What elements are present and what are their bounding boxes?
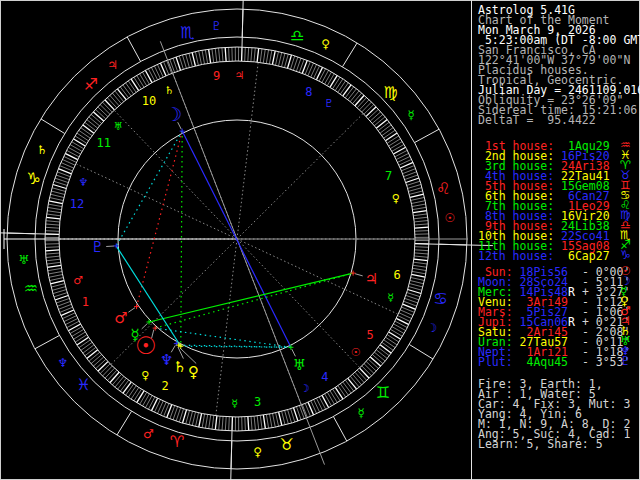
- house-number-1: 1: [82, 295, 89, 309]
- zodiac-sign-icon: ♑: [620, 249, 631, 261]
- house-number-2: 2: [161, 379, 168, 393]
- sign-ruler-icon: ♄: [37, 143, 48, 157]
- house-row: 12th house: 6Cap27♑: [478, 251, 610, 261]
- house-number-8: 8: [305, 85, 312, 99]
- planet-glyph-nept: ♆: [160, 351, 173, 369]
- sign-ruler-icon: ☽: [426, 321, 437, 335]
- house-number-6: 6: [393, 268, 400, 282]
- planet-glyph-plut: ♇: [90, 238, 103, 256]
- planet-glyph-jupi: ♃: [365, 270, 378, 288]
- sign-glyph-cancer: ♋: [433, 289, 447, 308]
- planet-row: Plut: 4Aqu45 - 3°53'♇: [478, 357, 630, 367]
- astrolog-window: ♈♂♉♀♊☿♋☽♌☉♍☿♎♀♏♇♐♃♑♄♒♅♓♆1♂2♀3☿4☽5☉6☿7♀8♇…: [0, 0, 640, 480]
- sign-ruler-icon: ♆: [57, 356, 68, 370]
- sign-ruler-icon: ♀: [321, 37, 330, 51]
- sign-glyph-virgo: ♍: [384, 83, 398, 102]
- house-number-4: 4: [321, 370, 328, 384]
- sign-ruler-icon: ♇: [211, 19, 222, 33]
- house-number-7: 7: [385, 169, 392, 183]
- sign-ruler-icon: ♂: [143, 427, 154, 441]
- planet-label: Plut:: [478, 355, 513, 369]
- house-number-3: 3: [254, 395, 261, 409]
- sign-glyph-pisces: ♓: [76, 375, 90, 394]
- house-ruler-icon: ♃: [234, 69, 244, 82]
- sign-glyph-aries: ♈: [170, 432, 184, 451]
- sign-ruler-icon: ☉: [445, 211, 456, 225]
- sign-ruler-icon: ♀: [253, 445, 262, 459]
- stat-line: Learn: 5, Share: 5: [478, 439, 603, 449]
- house-label: 12th house:: [478, 249, 554, 263]
- sign-ruler-icon: ♃: [107, 58, 118, 72]
- info-sidebar: Astrolog 5.41GChart of the MomentMon Mar…: [478, 0, 638, 480]
- sign-glyph-leo: ♌: [436, 179, 450, 198]
- house-number-10: 10: [142, 94, 156, 108]
- header-text: DeltaT = 95.4422: [478, 113, 596, 127]
- house-ruler-icon: ☉: [351, 346, 361, 359]
- house-ruler-icon: ☿: [231, 397, 238, 410]
- planet-glyph-mars: ♂: [114, 309, 127, 327]
- sign-ruler-icon: ☿: [408, 108, 415, 122]
- mc-line: [160, 41, 237, 239]
- retrograde-flag: [568, 355, 575, 369]
- header-line: DeltaT = 95.4422: [478, 115, 596, 125]
- sign-glyph-sagittarius: ♐: [84, 75, 98, 94]
- sign-glyph-aquarius: ♒: [24, 279, 38, 298]
- planet-pointer: [128, 308, 135, 313]
- sign-glyph-taurus: ♉: [279, 435, 293, 454]
- sign-glyph-libra: ♎: [290, 26, 304, 45]
- house-ruler-icon: ♅: [113, 120, 123, 133]
- planet-glyph-sun: ☉: [135, 332, 157, 360]
- planet-pointer: [142, 323, 148, 329]
- house-ruler-icon: ♆: [78, 176, 88, 189]
- sign-glyph-scorpio: ♏: [180, 23, 194, 42]
- planet-glyph-uran: ♅: [293, 356, 306, 374]
- house-ruler-icon: ☽: [300, 382, 310, 395]
- house-number-5: 5: [367, 328, 374, 342]
- planet-icon: ♇: [620, 355, 631, 367]
- aspect-trine: [155, 273, 353, 328]
- house-number-12: 12: [70, 197, 84, 211]
- sign-glyph-gemini: ♊: [376, 383, 390, 402]
- sign-boundaries: [0, 0, 493, 480]
- sign-glyph-capricorn: ♑: [27, 169, 41, 188]
- house-ruler-icon: ♀: [392, 192, 400, 205]
- house-ruler-icon: ☿: [387, 291, 394, 304]
- planet-glyph-venu: ♀: [188, 363, 199, 381]
- house-ruler-icon: ♂: [73, 274, 83, 287]
- stat-text: Learn: 5, Share: 5: [478, 437, 603, 451]
- planet-pointer: [355, 274, 363, 276]
- house-ruler-icon: ♇: [324, 97, 334, 110]
- aspect-sextile: [116, 131, 182, 246]
- house-number-9: 9: [213, 69, 220, 83]
- planet-position-value: 4Aqu45: [513, 355, 568, 369]
- planet-pointer: [106, 246, 114, 247]
- house-number-11: 11: [97, 136, 111, 150]
- sign-ruler-icon: ☿: [358, 406, 365, 420]
- planet-glyph-satu: ♄: [173, 358, 186, 376]
- house-ruler-icon: ♄: [164, 84, 174, 97]
- house-ruler-icon: ♀: [141, 369, 149, 382]
- aspect-trine: [149, 273, 353, 322]
- sign-ruler-icon: ♅: [19, 253, 30, 267]
- house-cusp-value: 6Cap27: [554, 249, 609, 263]
- planet-glyph-moon: ☽: [165, 103, 182, 125]
